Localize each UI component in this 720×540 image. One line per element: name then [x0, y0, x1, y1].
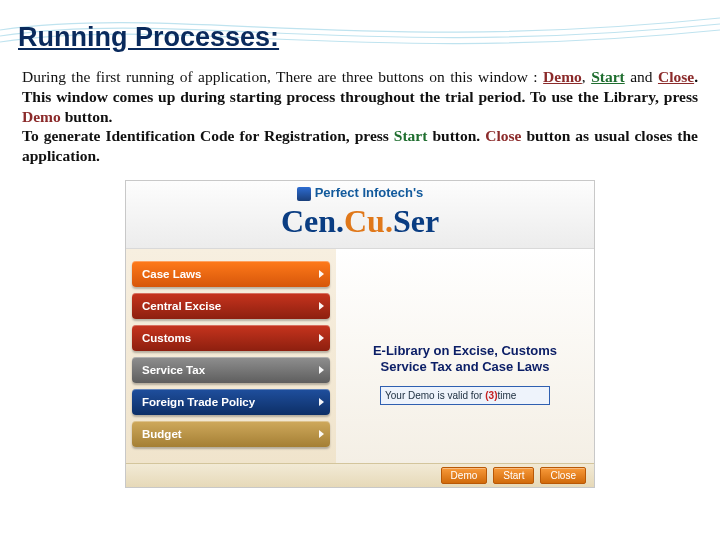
close-button[interactable]: Close [540, 467, 586, 484]
brand-text: Perfect Infotech's [315, 185, 424, 200]
keyword-start: Start [591, 68, 625, 85]
menu-item-foreign-trade-policy[interactable]: Foreign Trade Policy [132, 389, 330, 415]
menu-label: Case Laws [142, 268, 201, 280]
keyword-demo: Demo [22, 108, 61, 125]
brand-seg: Cen. [281, 203, 344, 239]
app-footer: Demo Start Close [126, 463, 594, 487]
menu-label: Customs [142, 332, 191, 344]
text: To generate Identification Code for Regi… [22, 127, 394, 144]
intro-paragraph: During the first running of application,… [0, 53, 720, 166]
start-button[interactable]: Start [493, 467, 534, 484]
brand-subtitle: Perfect Infotech's [126, 185, 594, 201]
menu-label: Budget [142, 428, 182, 440]
menu-label: Service Tax [142, 364, 205, 376]
brand-title: Cen.Cu.Ser [126, 203, 594, 240]
app-body: Case Laws Central Excise Customs Service… [126, 249, 594, 463]
keyword-start: Start [394, 127, 428, 144]
text: and [625, 68, 658, 85]
keyword-close: Close [658, 68, 694, 85]
trial-text: Your Demo is valid for [385, 390, 485, 401]
text: button. [427, 127, 485, 144]
menu-label: Foreign Trade Policy [142, 396, 255, 408]
trial-info-box: Your Demo is valid for (3)time [380, 386, 550, 405]
menu-item-budget[interactable]: Budget [132, 421, 330, 447]
brand-seg: Ser [393, 203, 439, 239]
menu-label: Central Excise [142, 300, 221, 312]
brand-seg: Cu. [344, 203, 393, 239]
app-window: Perfect Infotech's Cen.Cu.Ser Case Laws … [125, 180, 595, 488]
page-title: Running Processes: [0, 0, 720, 53]
menu-item-customs[interactable]: Customs [132, 325, 330, 351]
app-right-panel: E-Library on Excise, Customs Service Tax… [336, 249, 594, 463]
text: During the first running of application,… [22, 68, 543, 85]
logo-icon [297, 187, 311, 201]
menu-item-service-tax[interactable]: Service Tax [132, 357, 330, 383]
trial-text: time [497, 390, 516, 401]
menu-item-case-laws[interactable]: Case Laws [132, 261, 330, 287]
caption-line: Service Tax and Case Laws [381, 359, 550, 374]
text: button. [61, 108, 113, 125]
sidebar-menu: Case Laws Central Excise Customs Service… [126, 249, 336, 463]
app-header: Perfect Infotech's Cen.Cu.Ser [126, 181, 594, 249]
demo-button[interactable]: Demo [441, 467, 488, 484]
menu-item-central-excise[interactable]: Central Excise [132, 293, 330, 319]
elibrary-caption: E-Library on Excise, Customs Service Tax… [344, 343, 586, 376]
trial-count: (3) [485, 390, 497, 401]
text: , [582, 68, 591, 85]
keyword-close: Close [485, 127, 521, 144]
caption-line: E-Library on Excise, Customs [373, 343, 557, 358]
keyword-demo: Demo [543, 68, 582, 85]
